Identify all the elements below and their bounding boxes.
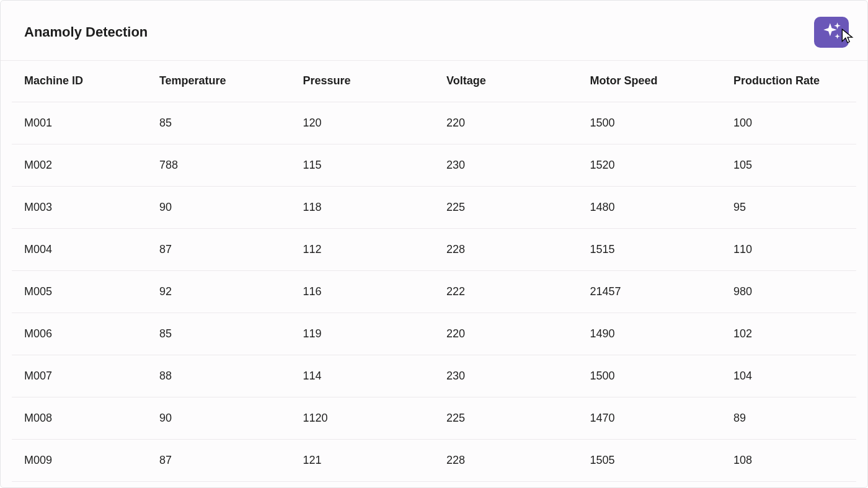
- cell-motor-speed: 1500: [578, 355, 722, 397]
- cell-machine-id: M004: [12, 228, 147, 270]
- cell-temperature: 85: [147, 102, 291, 144]
- ai-assist-button[interactable]: [814, 17, 849, 48]
- cell-production-rate: 89: [721, 397, 856, 439]
- cell-production-rate: 95: [721, 186, 856, 228]
- cell-voltage: 225: [434, 186, 578, 228]
- cell-pressure: 121: [290, 439, 434, 481]
- table-container: Machine ID Temperature Pressure Voltage …: [1, 61, 867, 482]
- cell-voltage: 225: [434, 397, 578, 439]
- cell-temperature: 85: [147, 313, 291, 355]
- cell-production-rate: 110: [721, 228, 856, 270]
- cell-temperature: 90: [147, 186, 291, 228]
- cell-machine-id: M003: [12, 186, 147, 228]
- cell-voltage: 230: [434, 355, 578, 397]
- cell-temperature: 87: [147, 439, 291, 481]
- cell-pressure: 112: [290, 228, 434, 270]
- cell-machine-id: M008: [12, 397, 147, 439]
- cell-motor-speed: 1505: [578, 439, 722, 481]
- cell-machine-id: M009: [12, 439, 147, 481]
- table-row[interactable]: M0027881152301520105: [12, 144, 856, 186]
- table-row[interactable]: M004871122281515110: [12, 228, 856, 270]
- cell-temperature: 92: [147, 270, 291, 313]
- table-row[interactable]: M0059211622221457980: [12, 270, 856, 313]
- col-header-voltage[interactable]: Voltage: [434, 61, 578, 102]
- cell-pressure: 115: [290, 144, 434, 186]
- cell-machine-id: M002: [12, 144, 147, 186]
- cell-production-rate: 108: [721, 439, 856, 481]
- col-header-production-rate[interactable]: Production Rate: [721, 61, 856, 102]
- col-header-motor-speed[interactable]: Motor Speed: [578, 61, 722, 102]
- table-row[interactable]: M001851202201500100: [12, 102, 856, 144]
- cell-production-rate: 105: [721, 144, 856, 186]
- table-header-row: Machine ID Temperature Pressure Voltage …: [12, 61, 856, 102]
- cell-temperature: 88: [147, 355, 291, 397]
- table-row[interactable]: M007881142301500104: [12, 355, 856, 397]
- cell-motor-speed: 1500: [578, 102, 722, 144]
- cell-voltage: 220: [434, 102, 578, 144]
- cell-voltage: 228: [434, 228, 578, 270]
- cell-production-rate: 104: [721, 355, 856, 397]
- cell-motor-speed: 1515: [578, 228, 722, 270]
- sparkle-icon: [821, 20, 842, 44]
- cell-pressure: 116: [290, 270, 434, 313]
- cell-temperature: 87: [147, 228, 291, 270]
- col-header-temperature[interactable]: Temperature: [147, 61, 291, 102]
- cell-voltage: 230: [434, 144, 578, 186]
- cell-motor-speed: 1480: [578, 186, 722, 228]
- cell-machine-id: M006: [12, 313, 147, 355]
- cell-machine-id: M007: [12, 355, 147, 397]
- cell-pressure: 114: [290, 355, 434, 397]
- table-row[interactable]: M006851192201490102: [12, 313, 856, 355]
- cell-voltage: 222: [434, 270, 578, 313]
- table-row[interactable]: M00390118225148095: [12, 186, 856, 228]
- cell-production-rate: 102: [721, 313, 856, 355]
- cell-production-rate: 980: [721, 270, 856, 313]
- cursor-icon: [840, 28, 855, 47]
- col-header-pressure[interactable]: Pressure: [290, 61, 434, 102]
- cell-pressure: 118: [290, 186, 434, 228]
- cell-machine-id: M005: [12, 270, 147, 313]
- cell-production-rate: 100: [721, 102, 856, 144]
- col-header-machine-id[interactable]: Machine ID: [12, 61, 147, 102]
- cell-motor-speed: 21457: [578, 270, 722, 313]
- page-title: Anamoly Detection: [24, 24, 148, 40]
- cell-temperature: 90: [147, 397, 291, 439]
- cell-pressure: 119: [290, 313, 434, 355]
- cell-voltage: 220: [434, 313, 578, 355]
- table-row[interactable]: M009871212281505108: [12, 439, 856, 481]
- cell-pressure: 120: [290, 102, 434, 144]
- cell-motor-speed: 1470: [578, 397, 722, 439]
- anomaly-detection-panel: Anamoly Detection Mac: [0, 0, 868, 488]
- cell-motor-speed: 1520: [578, 144, 722, 186]
- cell-machine-id: M001: [12, 102, 147, 144]
- anomaly-table: Machine ID Temperature Pressure Voltage …: [12, 61, 856, 482]
- cell-voltage: 228: [434, 439, 578, 481]
- panel-header: Anamoly Detection: [1, 1, 867, 61]
- cell-temperature: 788: [147, 144, 291, 186]
- cell-pressure: 1120: [290, 397, 434, 439]
- table-row[interactable]: M008901120225147089: [12, 397, 856, 439]
- cell-motor-speed: 1490: [578, 313, 722, 355]
